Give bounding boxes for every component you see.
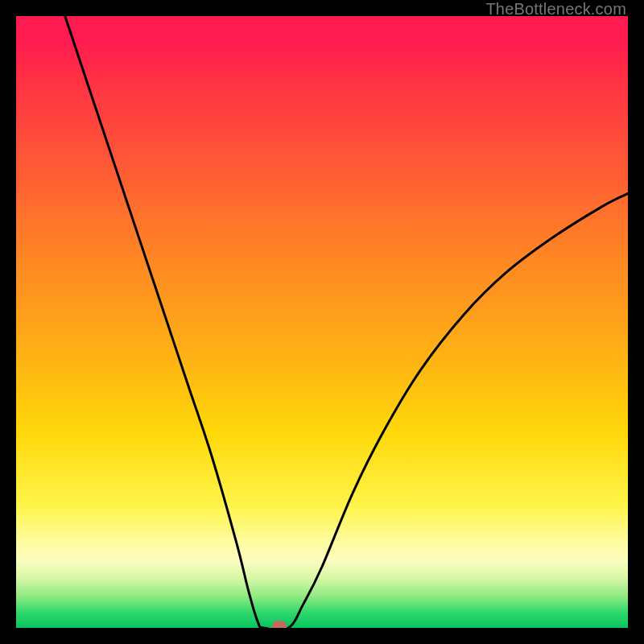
optimum-marker-icon <box>272 621 287 628</box>
chart-frame: TheBottleneck.com <box>0 0 644 644</box>
watermark-label: TheBottleneck.com <box>485 0 626 19</box>
bottleneck-curve <box>16 16 628 628</box>
plot-area <box>16 16 628 628</box>
curve-path <box>65 16 628 628</box>
